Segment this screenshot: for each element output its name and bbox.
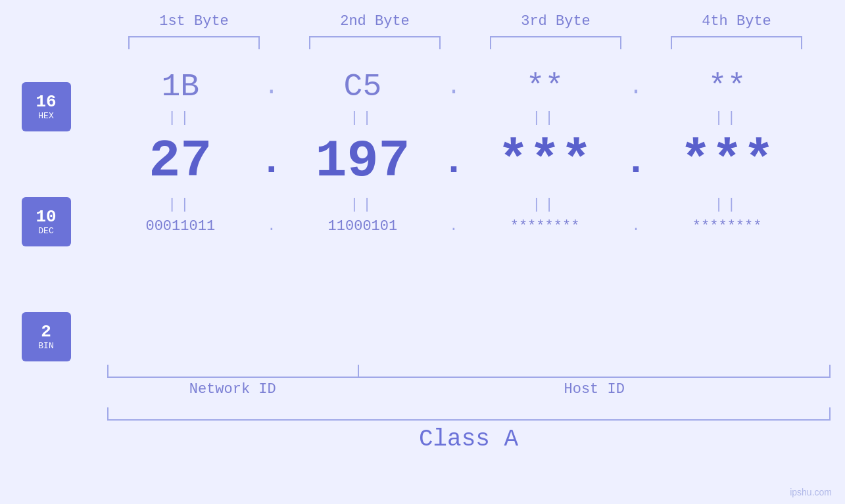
dec-dot-3: . [623, 139, 649, 184]
equals-row-2: || || || || [92, 191, 815, 218]
byte-header-2: 2nd Byte [296, 13, 454, 30]
dec-val-3: *** [473, 131, 617, 191]
bin-val-3: ******** [473, 218, 617, 235]
bin-row: 00011011 . 11000101 . ******** . *******… [92, 218, 815, 235]
eq-4: || [655, 110, 800, 126]
dec-val-4: *** [655, 131, 800, 191]
bin-dot-2: . [441, 218, 467, 235]
equals-row-1: || || || || [92, 104, 815, 131]
bottom-section: Network ID Host ID [107, 365, 831, 398]
dec-val-2: 197 [290, 131, 435, 191]
bracket-host [358, 365, 831, 378]
hex-row: 1B . C5 . ** . ** [92, 69, 815, 104]
class-section: Class A [107, 407, 831, 453]
eq-3: || [473, 110, 617, 126]
values-grid: 1B . C5 . ** . ** || || || || 27 [92, 69, 845, 235]
dec-dot-2: . [441, 139, 467, 184]
bin-dot-3: . [623, 218, 649, 235]
eq2-2: || [290, 196, 435, 213]
hex-val-1: 1B [108, 69, 253, 104]
badge-hex: 16 HEX [22, 82, 71, 131]
class-bracket [107, 407, 831, 421]
byte-header-4: 4th Byte [658, 13, 815, 30]
badge-dec-num: 10 [36, 208, 56, 227]
bin-dot-1: . [258, 218, 285, 235]
badge-dec: 10 DEC [22, 197, 71, 246]
bottom-labels-row: Network ID Host ID [107, 378, 831, 398]
bottom-brackets-row [107, 365, 831, 378]
eq2-4: || [655, 196, 800, 213]
class-label: Class A [107, 421, 831, 453]
dec-dot-1: . [258, 139, 285, 184]
hex-dot-2: . [441, 74, 467, 101]
badge-bin: 2 BIN [22, 312, 71, 361]
eq2-3: || [473, 196, 617, 213]
bracket-top-3 [490, 36, 621, 49]
badge-hex-label: HEX [38, 111, 53, 121]
bracket-top-2 [309, 36, 441, 49]
top-brackets [104, 36, 827, 49]
eq-2: || [290, 110, 435, 126]
hex-dot-3: . [623, 74, 649, 101]
bracket-network [107, 365, 359, 378]
watermark: ipshu.com [790, 487, 832, 497]
bracket-top-1 [128, 36, 260, 49]
bin-val-1: 00011011 [108, 218, 253, 235]
bin-val-2: 11000101 [290, 218, 435, 235]
hex-val-4: ** [655, 69, 800, 104]
badge-dec-label: DEC [38, 226, 53, 236]
badge-bin-num: 2 [41, 323, 51, 342]
host-id-label: Host ID [358, 378, 831, 398]
byte-header-3: 3rd Byte [477, 13, 635, 30]
bin-val-4: ******** [655, 218, 800, 235]
eq2-1: || [108, 196, 253, 213]
main-container: 1st Byte 2nd Byte 3rd Byte 4th Byte 16 H… [0, 0, 845, 504]
hex-val-2: C5 [290, 69, 435, 104]
network-id-label: Network ID [107, 378, 358, 398]
bracket-top-4 [671, 36, 802, 49]
badge-bin-label: BIN [38, 341, 53, 351]
byte-headers-row: 1st Byte 2nd Byte 3rd Byte 4th Byte [104, 13, 827, 30]
hex-dot-1: . [258, 74, 285, 101]
eq-1: || [108, 110, 253, 126]
badges-column: 16 HEX 10 DEC 2 BIN [0, 69, 92, 361]
badge-hex-num: 16 [36, 93, 56, 112]
dec-row: 27 . 197 . *** . *** [92, 131, 815, 191]
dec-val-1: 27 [108, 131, 253, 191]
hex-val-3: ** [473, 69, 617, 104]
content-area: 16 HEX 10 DEC 2 BIN 1B . C5 . ** . ** [0, 69, 845, 361]
byte-header-1: 1st Byte [115, 13, 273, 30]
